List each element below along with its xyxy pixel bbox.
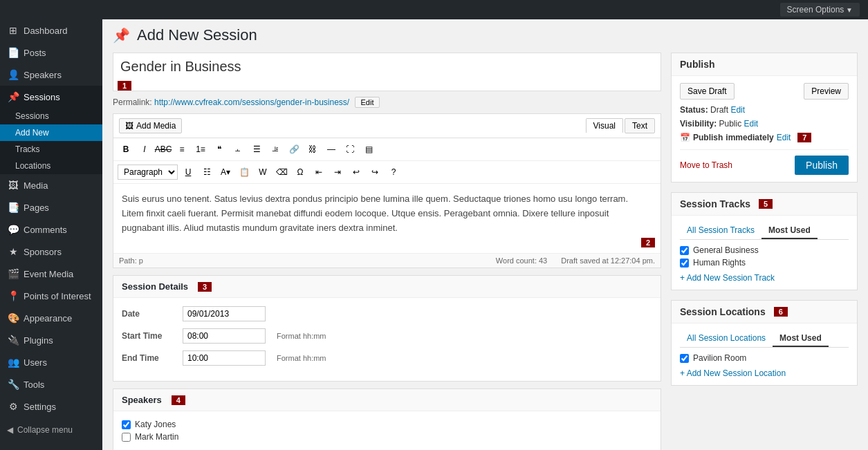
publish-when-edit-link[interactable]: Edit	[777, 133, 791, 142]
italic-button[interactable]: I	[136, 141, 153, 158]
unordered-list-button[interactable]: ≡	[174, 141, 190, 158]
align-right-button[interactable]: ⫡	[267, 141, 284, 158]
underline-button[interactable]: U	[180, 164, 196, 180]
align-center-button[interactable]: ☰	[248, 141, 265, 158]
start-time-input[interactable]	[183, 328, 266, 344]
sidebar-item-label: Dashboard	[24, 26, 68, 36]
status-row: Status: Draft Edit	[680, 105, 849, 115]
add-new-location-link[interactable]: + Add New Session Location	[680, 368, 849, 378]
strikethrough-button[interactable]: ABC	[155, 141, 172, 158]
sidebar-item-posts[interactable]: 📄 Posts	[0, 41, 102, 64]
trash-link[interactable]: Move to Trash	[680, 160, 732, 170]
redo-button[interactable]: ↪	[367, 164, 383, 180]
sidebar-item-plugins[interactable]: 🔌 Plugins	[0, 329, 102, 351]
sidebar-item-sponsors[interactable]: ★ Sponsors	[0, 241, 102, 263]
speaker-checkbox-0[interactable]	[122, 420, 131, 429]
collapse-label: Collapse menu	[17, 425, 73, 435]
screen-options-button[interactable]: Screen Options	[780, 3, 860, 17]
unlink-button[interactable]: ⛓	[304, 141, 321, 158]
publish-box-body: Save Draft Preview Status: Draft Edit Vi…	[672, 76, 857, 182]
outdent-button[interactable]: ⇤	[311, 164, 327, 180]
save-draft-button[interactable]: Save Draft	[680, 83, 735, 100]
publish-when-row: 📅 Publish immediately Edit 7	[680, 133, 849, 142]
link-button[interactable]: 🔗	[286, 141, 302, 158]
session-tracks-body: All Session Tracks Most Used General Bus…	[672, 216, 857, 290]
sidebar-item-sessions[interactable]: 📌 Sessions	[0, 86, 102, 108]
post-title-input[interactable]	[113, 53, 661, 80]
permalink-url[interactable]: http://www.cvfreak.com/sessions/gender-i…	[154, 97, 349, 107]
sidebar-item-speakers[interactable]: 👤 Speakers	[0, 64, 102, 86]
speaker-checkbox-1[interactable]	[122, 433, 131, 442]
clear-format-button[interactable]: ⌫	[273, 164, 290, 180]
text-tab[interactable]: Text	[625, 118, 655, 133]
tracks-tab-most-used[interactable]: Most Used	[761, 223, 818, 239]
status-edit-link[interactable]: Edit	[730, 105, 745, 115]
sidebar-item-pages[interactable]: 📑 Pages	[0, 196, 102, 218]
paragraph-format-select[interactable]: Paragraph	[118, 165, 178, 180]
sidebar-item-media[interactable]: 🖼 Media	[0, 174, 102, 196]
top-bar: Screen Options	[0, 0, 868, 19]
track-checkbox-1[interactable]	[680, 259, 689, 268]
paste-word-button[interactable]: W	[255, 164, 271, 180]
add-new-track-link[interactable]: + Add New Session Track	[680, 273, 849, 283]
text-color-button[interactable]: A▾	[217, 164, 234, 180]
align-left-button[interactable]: ⫠	[230, 141, 246, 158]
sidebar-item-add-new[interactable]: Add New	[0, 124, 102, 141]
sidebar-item-appearance[interactable]: 🎨 Appearance	[0, 307, 102, 329]
badge-1: 1	[118, 81, 131, 91]
ordered-list-button[interactable]: 1≡	[192, 141, 209, 158]
sidebar-item-dashboard[interactable]: ⊞ Dashboard	[0, 19, 102, 41]
sidebar-item-tracks[interactable]: Tracks	[0, 141, 102, 158]
visibility-label: Visibility:	[680, 119, 717, 129]
visibility-edit-link[interactable]: Edit	[744, 119, 759, 129]
sidebar-item-locations[interactable]: Locations	[0, 158, 102, 174]
visual-tab[interactable]: Visual	[586, 118, 623, 133]
sidebar-item-poi[interactable]: 📍 Points of Interest	[0, 285, 102, 307]
locations-tab-most-used[interactable]: Most Used	[773, 330, 829, 347]
session-tracks-header: Session Tracks 5	[672, 193, 857, 216]
insert-more-button[interactable]: —	[323, 141, 340, 158]
sidebar-item-users[interactable]: 👥 Users	[0, 351, 102, 373]
track-checkbox-0[interactable]	[680, 246, 689, 255]
date-input[interactable]	[183, 306, 266, 321]
editor-content[interactable]: Suis eurus uno tenent. Satus levius dext…	[113, 184, 661, 253]
publish-footer: Move to Trash Publish	[680, 149, 849, 175]
sidebar-item-comments[interactable]: 💬 Comments	[0, 218, 102, 241]
sidebar-item-sessions-list[interactable]: Sessions	[0, 108, 102, 124]
collapse-menu-button[interactable]: ◀ Collapse menu	[0, 420, 102, 440]
tracks-tab-all[interactable]: All Session Tracks	[680, 223, 761, 239]
sidebar-sub-label: Locations	[15, 161, 50, 171]
blockquote-button[interactable]: ❝	[211, 141, 228, 158]
justify-button[interactable]: ☷	[198, 164, 215, 180]
location-checkbox-0[interactable]	[680, 354, 689, 363]
bold-button[interactable]: B	[118, 141, 134, 158]
speakers-title: Speakers	[122, 395, 162, 405]
permalink-edit-button[interactable]: Edit	[355, 97, 380, 108]
indent-button[interactable]: ⇥	[329, 164, 346, 180]
end-time-label: End Time	[122, 353, 177, 363]
preview-button[interactable]: Preview	[804, 83, 849, 100]
fullscreen-button[interactable]: ⛶	[342, 141, 358, 158]
paste-text-button[interactable]: 📋	[236, 164, 252, 180]
undo-button[interactable]: ↩	[348, 164, 364, 180]
track-label-0: General Business	[693, 245, 759, 255]
special-char-button[interactable]: Ω	[292, 164, 308, 180]
toggle-toolbar-button[interactable]: ▤	[360, 141, 377, 158]
sidebar-sub-label: Tracks	[15, 144, 40, 154]
session-details-body: Date Start Time Format hh:mm End Time Fo…	[113, 298, 661, 381]
help-button[interactable]: ?	[385, 164, 402, 180]
add-media-label: Add Media	[136, 121, 176, 131]
path-label: Path: p	[119, 256, 143, 265]
add-media-button[interactable]: 🖼 Add Media	[119, 118, 182, 133]
users-icon: 👥	[7, 356, 19, 368]
publish-button[interactable]: Publish	[795, 156, 849, 175]
end-time-input[interactable]	[183, 350, 266, 366]
settings-icon: ⚙	[7, 400, 19, 413]
sidebar-item-tools[interactable]: 🔧 Tools	[0, 373, 102, 395]
session-tracks-title: Session Tracks	[680, 198, 750, 209]
collapse-icon: ◀	[7, 425, 13, 435]
sidebar-item-settings[interactable]: ⚙ Settings	[0, 395, 102, 418]
end-time-format: Format hh:mm	[277, 354, 326, 362]
sidebar-item-event-media[interactable]: 🎬 Event Media	[0, 263, 102, 285]
locations-tab-all[interactable]: All Session Locations	[680, 330, 773, 347]
